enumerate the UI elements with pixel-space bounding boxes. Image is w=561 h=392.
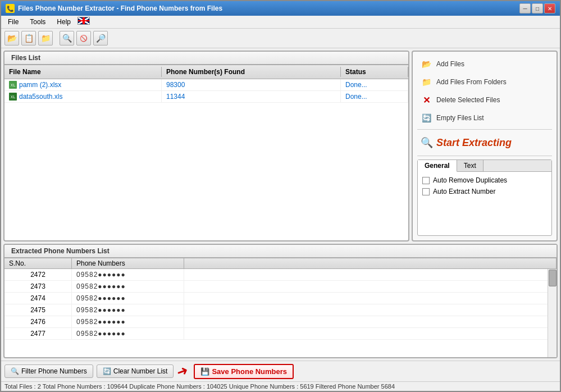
add-from-folders-icon: 📁 — [421, 76, 432, 88]
cell-extra-4 — [184, 316, 557, 327]
title-bar: 📞 Files Phone Number Extractor - Find Ph… — [1, 1, 560, 16]
files-list-tab[interactable]: Files List — [4, 52, 408, 65]
save-label: Save Phone Numbers — [212, 367, 287, 376]
col-sno: S.No. — [4, 258, 72, 268]
empty-files-list-button[interactable]: 🔄 Empty Files List — [417, 110, 552, 126]
toolbar: 📂 📋 📁 🔍 🚫 🔎 — [1, 29, 560, 48]
save-phone-numbers-button[interactable]: 💾 Save Phone Numbers — [194, 364, 294, 379]
cell-filename-0: XL pamm (2).xlsx — [4, 79, 162, 90]
auto-remove-duplicates-checkbox[interactable] — [422, 177, 430, 184]
col-phone-count: Phone Number(s) Found — [162, 67, 341, 77]
extracted-row[interactable]: 2476 09582●●●●●● — [4, 316, 557, 328]
extracted-row[interactable]: 2477 09582●●●●●● — [4, 328, 557, 340]
cell-phone-5: 09582●●●●●● — [72, 328, 184, 339]
toolbar-open-folder[interactable]: 📁 — [38, 31, 53, 45]
minimize-button[interactable]: ─ — [519, 3, 531, 13]
extracted-row[interactable]: 2473 09582●●●●●● — [4, 281, 557, 293]
cell-sno-5: 2477 — [4, 328, 72, 339]
title-bar-left: 📞 Files Phone Number Extractor - Find Ph… — [6, 4, 222, 13]
add-files-from-folders-button[interactable]: 📁 Add Files From Folders — [417, 74, 552, 90]
files-table: File Name Phone Number(s) Found Status X… — [4, 65, 408, 240]
title-buttons: ─ □ ✕ — [519, 3, 555, 13]
auto-extract-number-checkbox[interactable] — [422, 188, 430, 195]
col-phones: Phone Numbers — [72, 258, 184, 268]
toolbar-clear[interactable]: 🚫 — [76, 31, 91, 45]
status-bar: Total Files : 2 Total Phone Numbers : 10… — [1, 381, 560, 391]
cell-status-0: Done... — [341, 79, 408, 90]
extracted-row[interactable]: 2474 09582●●●●●● — [4, 293, 557, 304]
toolbar-filter[interactable]: 🔍 — [60, 31, 74, 45]
cell-sno-4: 2476 — [4, 316, 72, 327]
file-icon-xlsx: XL — [9, 81, 17, 89]
delete-icon: ✕ — [421, 94, 432, 106]
cell-extra-1 — [184, 281, 557, 292]
menu-tools[interactable]: Tools — [25, 17, 50, 27]
extracted-row[interactable]: 2475 09582●●●●●● — [4, 304, 557, 316]
delete-selected-button[interactable]: ✕ Delete Selected Files — [417, 92, 552, 108]
cell-sno-3: 2475 — [4, 304, 72, 316]
main-content: Files List File Name Phone Number(s) Fou… — [1, 48, 560, 361]
magnifier-icon: 🔍 — [421, 136, 433, 149]
delete-selected-label: Delete Selected Files — [436, 96, 500, 104]
tab-general[interactable]: General — [418, 160, 457, 172]
app-icon: 📞 — [6, 4, 15, 13]
auto-extract-number-label: Auto Extract Number — [433, 188, 495, 195]
add-files-button[interactable]: 📂 Add Files — [417, 56, 552, 72]
files-table-body: XL pamm (2).xlsx 98300 Done... XL data5s… — [4, 79, 408, 103]
table-header: File Name Phone Number(s) Found Status — [4, 65, 408, 79]
cell-phone-3: 09582●●●●●● — [72, 304, 184, 316]
cell-phone-4: 09582●●●●●● — [72, 316, 184, 327]
clear-icon: 🔄 — [103, 367, 111, 375]
filter-phone-numbers-button[interactable]: 🔍 Filter Phone Numbers — [4, 364, 93, 378]
menu-file[interactable]: File — [3, 17, 23, 27]
options-tabs: General Text Auto Remove Duplicates Auto… — [417, 159, 552, 236]
extracted-table-body: 2472 09582●●●●●● 2473 09582●●●●●● 2474 0… — [4, 269, 557, 357]
cell-sno-2: 2474 — [4, 293, 72, 304]
cell-filename-1: XL data5south.xls — [4, 91, 162, 102]
bottom-toolbar: 🔍 Filter Phone Numbers 🔄 Clear Number Li… — [1, 361, 560, 381]
add-from-folders-label: Add Files From Folders — [436, 78, 507, 86]
toolbar-copy[interactable]: 📋 — [21, 31, 36, 45]
menu-help[interactable]: Help — [52, 17, 75, 27]
toolbar-search[interactable]: 🔎 — [93, 31, 108, 45]
cell-extra-3 — [184, 304, 557, 316]
empty-list-label: Empty Files List — [436, 114, 484, 122]
clear-number-list-button[interactable]: 🔄 Clear Number List — [97, 364, 174, 378]
file-icon-xls: XL — [9, 93, 17, 101]
cell-phone-0: 09582●●●●●● — [72, 269, 184, 280]
save-icon: 💾 — [200, 367, 209, 376]
divider-2 — [417, 156, 552, 156]
extracted-row[interactable]: 2472 09582●●●●●● — [4, 269, 557, 281]
extracted-panel: Extracted Phone Numbers List S.No. Phone… — [3, 244, 558, 358]
auto-remove-duplicates-label: Auto Remove Duplicates — [433, 176, 507, 184]
close-button[interactable]: ✕ — [544, 3, 555, 13]
table-row[interactable]: XL data5south.xls 11344 Done... — [4, 91, 408, 103]
extracted-table: S.No. Phone Numbers 2472 09582●●●●●● 247… — [4, 258, 557, 357]
cell-extra-0 — [184, 269, 557, 280]
window-title: Files Phone Number Extractor - Find Phon… — [18, 4, 222, 12]
tab-general-content: Auto Remove Duplicates Auto Extract Numb… — [418, 172, 551, 200]
scrollbar-thumb[interactable] — [549, 270, 557, 286]
clear-label: Clear Number List — [113, 367, 168, 375]
cell-status-1: Done... — [341, 91, 408, 102]
arrow-indicator: ➜ — [175, 362, 190, 380]
top-section: Files List File Name Phone Number(s) Fou… — [3, 51, 558, 241]
language-flag[interactable] — [77, 17, 90, 25]
add-files-icon: 📂 — [421, 58, 432, 70]
scrollbar[interactable] — [548, 269, 557, 357]
cell-sno-0: 2472 — [4, 269, 72, 280]
filter-label: Filter Phone Numbers — [21, 367, 87, 375]
auto-remove-duplicates-row: Auto Remove Duplicates — [422, 176, 547, 184]
table-row[interactable]: XL pamm (2).xlsx 98300 Done... — [4, 79, 408, 91]
maximize-button[interactable]: □ — [532, 3, 543, 13]
status-text: Total Files : 2 Total Phone Numbers : 10… — [4, 383, 395, 390]
extracted-table-header: S.No. Phone Numbers — [4, 258, 557, 269]
tab-text[interactable]: Text — [457, 160, 484, 171]
toolbar-add-files[interactable]: 📂 — [4, 31, 19, 45]
cell-phone-2: 09582●●●●●● — [72, 293, 184, 304]
start-extracting-button[interactable]: 🔍 Start Extracting — [417, 133, 552, 152]
menu-bar: File Tools Help — [1, 16, 560, 29]
right-panel: 📂 Add Files 📁 Add Files From Folders ✕ D… — [412, 51, 558, 241]
main-window: 📞 Files Phone Number Extractor - Find Ph… — [0, 0, 561, 392]
extracted-panel-tab[interactable]: Extracted Phone Numbers List — [4, 245, 557, 258]
